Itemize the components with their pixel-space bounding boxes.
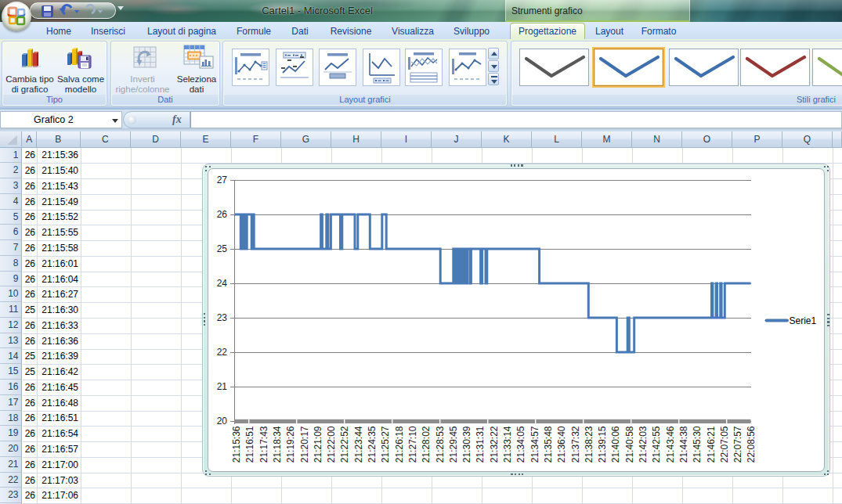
svg-text:26: 26: [216, 209, 227, 220]
svg-text:21:30:39: 21:30:39: [461, 426, 472, 463]
svg-text:21:42:03: 21:42:03: [638, 426, 649, 463]
svg-text:21:38:23: 21:38:23: [583, 426, 594, 463]
svg-text:21:28:53: 21:28:53: [434, 426, 445, 463]
svg-text:21:37:32: 21:37:32: [569, 426, 580, 463]
svg-text:24: 24: [216, 278, 227, 289]
svg-text:23: 23: [216, 312, 227, 323]
svg-text:21:21:09: 21:21:09: [312, 426, 323, 463]
svg-text:20: 20: [216, 416, 227, 427]
svg-text:22: 22: [216, 347, 227, 358]
svg-text:21:40:58: 21:40:58: [623, 426, 634, 463]
svg-text:21:18:34: 21:18:34: [271, 426, 282, 463]
svg-text:21: 21: [216, 381, 227, 392]
svg-text:22:08:56: 22:08:56: [746, 426, 757, 463]
svg-text:21:23:44: 21:23:44: [352, 426, 363, 463]
svg-text:21:36:40: 21:36:40: [556, 426, 567, 463]
svg-text:21:44:38: 21:44:38: [678, 426, 688, 463]
svg-text:21:17:43: 21:17:43: [258, 426, 269, 463]
svg-text:21:28:02: 21:28:02: [421, 426, 432, 463]
svg-text:21:16:51: 21:16:51: [244, 426, 255, 463]
svg-text:21:33:14: 21:33:14: [502, 426, 513, 463]
svg-text:21:27:10: 21:27:10: [407, 426, 417, 463]
svg-text:21:19:26: 21:19:26: [285, 426, 296, 463]
svg-text:21:22:00: 21:22:00: [326, 426, 337, 463]
svg-text:21:24:35: 21:24:35: [367, 426, 378, 463]
svg-text:21:29:45: 21:29:45: [447, 426, 458, 463]
svg-text:21:40:06: 21:40:06: [610, 426, 621, 463]
svg-text:21:45:30: 21:45:30: [692, 426, 703, 463]
svg-text:21:34:05: 21:34:05: [515, 426, 526, 463]
svg-text:21:26:18: 21:26:18: [393, 426, 404, 463]
svg-text:21:34:57: 21:34:57: [529, 426, 540, 463]
svg-text:21:32:22: 21:32:22: [488, 426, 499, 463]
svg-text:27: 27: [216, 175, 227, 185]
svg-text:21:35:48: 21:35:48: [542, 426, 553, 463]
svg-text:21:31:31: 21:31:31: [475, 426, 486, 463]
svg-text:21:20:17: 21:20:17: [298, 426, 309, 463]
svg-text:22:07:05: 22:07:05: [718, 426, 729, 463]
svg-text:21:22:52: 21:22:52: [339, 426, 350, 463]
svg-text:Serie1: Serie1: [789, 315, 816, 326]
svg-text:21:43:46: 21:43:46: [664, 426, 675, 463]
svg-text:21:46:21: 21:46:21: [705, 426, 716, 463]
svg-text:21:15:36: 21:15:36: [231, 426, 242, 463]
svg-text:21:25:27: 21:25:27: [380, 426, 391, 463]
svg-text:21:42:55: 21:42:55: [651, 426, 662, 463]
svg-text:25: 25: [216, 243, 227, 254]
svg-text:21:39:15: 21:39:15: [597, 426, 608, 463]
svg-text:22:07:57: 22:07:57: [732, 426, 743, 463]
